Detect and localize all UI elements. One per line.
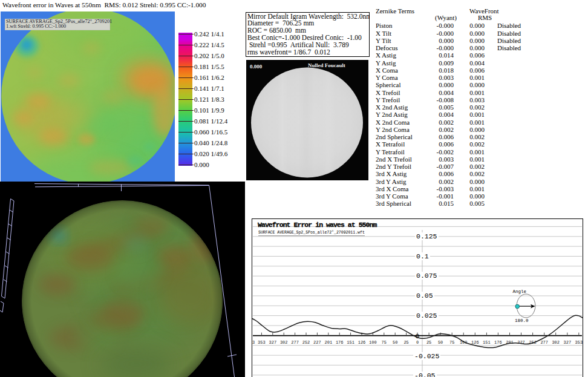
svg-text:Nulled Foucault: Nulled Foucault: [308, 62, 345, 68]
svg-text:0.000: 0.000: [250, 64, 263, 70]
